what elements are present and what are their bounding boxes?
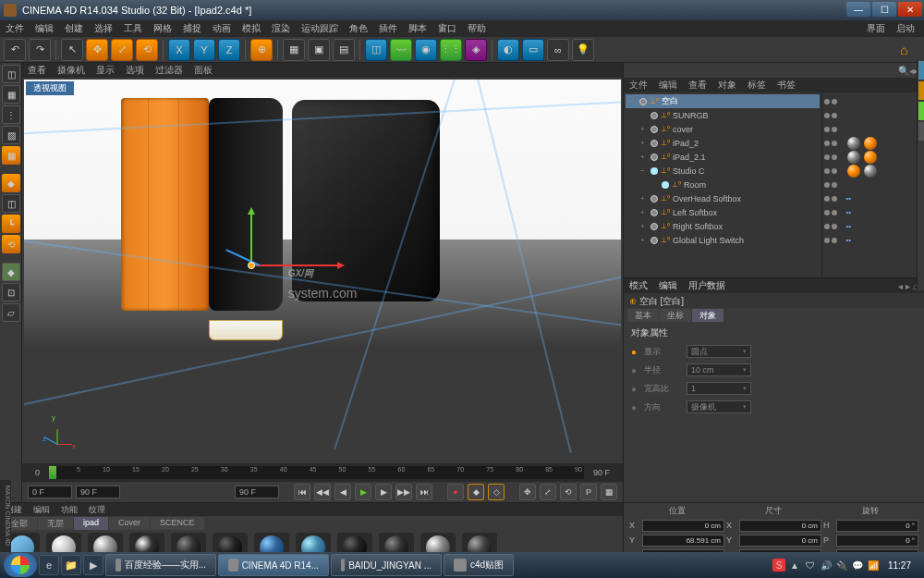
menu-help[interactable]: 帮助 [468,22,486,35]
attr-field[interactable]: 1 [687,382,751,395]
goto-start-button[interactable]: ⏮ [294,484,310,500]
edge-mode[interactable]: ▨ [2,126,20,144]
menu-file[interactable]: 文件 [6,22,24,35]
menu-mesh[interactable]: 网格 [153,22,172,35]
mat-group-ipad[interactable]: ipad [74,517,108,530]
strip-icon-2[interactable] [918,81,924,100]
attr-tab-mode[interactable]: 模式 [629,279,648,292]
clock[interactable]: 11:27 [882,560,917,571]
hierarchy-item[interactable]: +⊥⁰Global Light Switch [626,233,820,247]
vp-menu-options[interactable]: 选项 [126,64,144,77]
attr-tab-edit[interactable]: 编辑 [659,279,677,292]
pos-y-field[interactable]: 68.591 cm [642,535,724,547]
key-scale-icon[interactable]: ⤢ [540,484,556,500]
y-axis-lock[interactable]: Y [193,39,215,61]
menu-edit[interactable]: 编辑 [35,22,54,35]
hierarchy-item[interactable]: +⊥⁰Right Softbox [626,219,820,233]
tray-icon-4[interactable]: 🔊 [820,559,833,572]
menu-create[interactable]: 创建 [65,22,83,35]
menu-script[interactable]: 脚本 [408,22,427,35]
enable-icon[interactable]: ◆ [2,263,20,281]
menu-char[interactable]: 角色 [349,22,368,35]
render-settings[interactable]: ▤ [333,39,355,61]
taskbar-item[interactable]: c4d贴图 [444,554,514,576]
hierarchy-item[interactable]: +⊥⁰OverHead Softbox [626,191,820,205]
home-icon[interactable]: ⌂ [900,43,917,59]
key-pla-icon[interactable]: ▦ [601,484,617,500]
timeline[interactable]: 0 051015202530354045505560657075808590 9… [22,463,623,482]
lightbulb-icon[interactable]: 💡 [572,39,594,61]
attr-subtab-basic[interactable]: 基本 [627,309,659,322]
hierarchy-item[interactable]: +⊥⁰Left Softbox [626,205,820,219]
attr-field[interactable]: 圆点 [687,345,751,358]
quicklaunch-wmp[interactable]: ▶ [83,555,103,575]
current-frame-field[interactable]: 0 F [28,486,72,498]
obj-tab-objects[interactable]: 对象 [718,79,736,92]
texture-mode[interactable]: ▦ [2,85,20,104]
menu-snap[interactable]: 捕捉 [183,22,201,35]
z-axis-lock[interactable]: Z [218,39,240,61]
obj-tab-tags[interactable]: 标签 [748,79,766,92]
next-key-button[interactable]: ▶▶ [395,484,412,500]
menu-layout[interactable]: 界面 [867,22,885,35]
scale-tool[interactable]: ⤢ [111,39,133,61]
move-tool[interactable]: ✥ [86,39,108,61]
cube-primitive[interactable]: ◫ [365,39,387,61]
quicklaunch-ie[interactable]: e [39,555,59,575]
menu-tools[interactable]: 工具 [124,22,142,35]
hierarchy-item[interactable]: +⊥⁰cover [626,122,820,136]
rot-p-field[interactable]: 0 ° [836,535,918,547]
poly-mode[interactable]: ◆ [2,174,20,192]
obj-tab-bookmarks[interactable]: 书签 [777,79,796,92]
keyframe-button[interactable]: ◇ [488,484,505,500]
environment[interactable]: ◐ [497,39,519,61]
tray-icon-5[interactable]: 🔌 [835,559,848,572]
strip-icon-1[interactable] [918,61,924,80]
vp-menu-camera[interactable]: 摄像机 [57,64,85,77]
model-mode[interactable]: ◫ [2,65,20,83]
camera-tool[interactable]: ▭ [522,39,544,61]
axis-mode[interactable]: ┗ [2,215,20,233]
attr-subtab-coord[interactable]: 坐标 [660,309,691,322]
point-mode[interactable]: ⋮ [2,105,20,124]
menu-motion[interactable]: 运动跟踪 [301,22,338,35]
select-tool[interactable]: ↖ [61,39,83,61]
deformer-tool[interactable]: ◈ [465,39,487,61]
mat-group-nolayer[interactable]: 无层 [38,517,73,530]
hierarchy-item[interactable]: ⊥⁰Room [626,178,820,191]
tray-icon-7[interactable]: 📶 [867,559,880,572]
close-button[interactable]: ✕ [898,2,922,17]
spline-tool[interactable]: 〰 [390,39,412,61]
tray-icon-1[interactable]: S [772,559,785,572]
viewport-3d[interactable]: 透视视图 [24,80,621,461]
key-rot-icon[interactable]: ⟲ [560,484,577,500]
x-axis-lock[interactable]: X [168,39,190,61]
prev-key-button[interactable]: ◀◀ [314,484,331,500]
mat-group-cover[interactable]: Cover [109,517,150,530]
snap-icon[interactable]: ⊡ [2,283,20,301]
rotate-tool[interactable]: ⟲ [136,39,158,61]
array-tool[interactable]: ⋮⋮ [440,39,462,61]
object-mode[interactable]: ◫ [2,194,20,213]
attr-field[interactable]: 摄像机 [687,400,751,413]
hierarchy-item[interactable]: +⊥⁰iPad_2 [626,136,820,150]
hierarchy-item[interactable]: ⊥⁰SUNRGB [626,108,820,122]
record-button[interactable]: ● [447,484,464,500]
attr-subtab-object[interactable]: 对象 [692,309,723,322]
goto-end-button[interactable]: ⏭ [416,484,432,500]
hierarchy-item[interactable]: +⊥⁰iPad_2.1 [626,150,820,164]
workplane-icon[interactable]: ▱ [2,303,20,322]
tweak-mode[interactable]: ⟲ [2,235,20,253]
tray-icon-2[interactable]: ▲ [788,559,801,572]
render-view[interactable]: ▦ [283,39,305,61]
obj-tab-view[interactable]: 查看 [688,79,707,92]
checker-icon[interactable]: ▦ [2,146,20,165]
autokey-button[interactable]: ◆ [468,484,484,500]
nurbs-tool[interactable]: ◉ [415,39,437,61]
menu-render[interactable]: 渲染 [272,22,290,35]
menu-select[interactable]: 选择 [94,22,113,35]
taskbar-item[interactable]: 百度经验——实用... [105,554,216,576]
attr-field[interactable]: 10 cm [687,363,751,376]
total-frames-field[interactable]: 90 F [235,486,279,498]
taskbar-item[interactable]: CINEMA 4D R14... [218,554,329,576]
